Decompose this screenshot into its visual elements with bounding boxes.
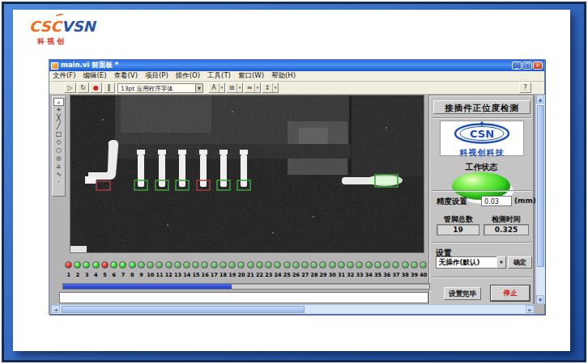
led-number-9: 9 xyxy=(137,272,147,278)
chevron-down-icon[interactable]: ▾ xyxy=(272,83,278,92)
chevron-down-icon[interactable]: ▼ xyxy=(496,256,506,269)
precision-label: 精度设置 xyxy=(437,197,467,207)
image-tool-icon-3[interactable]: ╱ xyxy=(53,122,64,130)
led-indicator-14 xyxy=(183,261,190,269)
led-number-20: 20 xyxy=(236,272,246,278)
camera-image xyxy=(70,95,424,252)
svg-text:CSN: CSN xyxy=(470,128,494,140)
vertical-scroll-thumb[interactable] xyxy=(537,105,544,267)
image-tool-icon-4[interactable]: □ xyxy=(53,130,64,138)
resize-objects-button[interactable]: ↕▾ xyxy=(262,83,279,93)
maximize-button[interactable]: □ xyxy=(522,61,532,70)
image-tool-icon-1[interactable]: + xyxy=(53,106,64,114)
settings-dropdown-value: 无操作(默认) xyxy=(439,258,479,266)
chevron-down-icon[interactable]: ▼ xyxy=(195,84,202,92)
led-number-40: 40 xyxy=(419,272,428,278)
pause-button[interactable]: ‖ xyxy=(103,83,115,93)
scroll-left-icon[interactable]: ◄ xyxy=(51,305,60,313)
image-tool-icon-5[interactable]: ◇ xyxy=(53,138,64,146)
close-button[interactable]: × xyxy=(533,61,543,70)
minimize-button[interactable]: _ xyxy=(512,61,522,70)
image-tool-icon-8[interactable]: ⌂ xyxy=(53,163,64,171)
led-indicator-10 xyxy=(147,261,154,269)
csn-company-name: 科视创科技 xyxy=(441,147,523,159)
led-number-3: 3 xyxy=(82,272,92,278)
align-objects-button[interactable]: ⊞▾ xyxy=(226,83,243,93)
led-indicator-12 xyxy=(165,261,173,269)
brand-logo: CSCVSN 科视创 xyxy=(29,18,96,47)
abort-button[interactable]: ● xyxy=(90,83,102,93)
led-number-29: 29 xyxy=(318,272,328,278)
led-number-7: 7 xyxy=(118,272,128,278)
precision-unit: (mm) xyxy=(514,197,536,205)
vertical-scrollbar[interactable]: ▲ ▼ xyxy=(535,95,545,304)
distribute-objects-button[interactable]: ≡▾ xyxy=(244,83,261,93)
led-number-12: 12 xyxy=(164,272,173,278)
menu-item-3[interactable]: 项目(P) xyxy=(145,71,168,81)
led-number-14: 14 xyxy=(182,272,192,278)
window-titlebar[interactable]: main.vi 前面板 * _ □ × xyxy=(49,60,544,71)
labview-app-icon xyxy=(51,62,58,70)
led-number-25: 25 xyxy=(282,272,292,278)
font-selector[interactable]: 13pt 应用程序字体 ▼ xyxy=(117,83,203,93)
menu-item-0[interactable]: 文件(F) xyxy=(53,71,76,81)
divider xyxy=(432,242,531,243)
text-settings-button[interactable]: A▾ xyxy=(208,83,225,93)
led-number-4: 4 xyxy=(91,272,100,278)
led-number-38: 38 xyxy=(400,272,410,278)
progress-fill xyxy=(63,284,232,289)
image-tool-icon-6[interactable]: ○ xyxy=(53,146,64,154)
image-tool-icon-9[interactable]: ∿ xyxy=(53,171,64,179)
setup-done-button[interactable]: 设置完毕 xyxy=(444,287,481,300)
led-number-33: 33 xyxy=(355,272,364,278)
csn-logo-icon: CSN xyxy=(453,121,511,144)
image-tool-icon-0[interactable]: ⌕ xyxy=(53,98,64,106)
chevron-down-icon[interactable]: ▾ xyxy=(236,83,242,92)
context-help-button[interactable]: ? xyxy=(519,83,531,93)
scroll-up-icon[interactable]: ▲ xyxy=(536,95,544,104)
led-indicator-25 xyxy=(283,261,291,269)
horizontal-scroll-thumb[interactable] xyxy=(62,306,305,313)
camera-image-display[interactable] xyxy=(70,95,424,253)
run-tools-group: ▷↻●‖ xyxy=(64,83,115,94)
status-label: 工作状态 xyxy=(429,162,534,173)
led-indicator-13 xyxy=(174,261,181,269)
confirm-button[interactable]: 确定 xyxy=(508,256,532,269)
led-indicator-40 xyxy=(420,261,427,269)
menu-item-1[interactable]: 编辑(E) xyxy=(83,71,107,81)
run-continuous-button[interactable]: ↻ xyxy=(77,83,89,93)
image-tool-icon-10[interactable]: · xyxy=(53,179,64,187)
menu-item-5[interactable]: 工具(T) xyxy=(207,71,231,81)
led-number-1: 1 xyxy=(64,272,74,278)
menu-item-6[interactable]: 窗口(W) xyxy=(238,71,264,81)
led-number-34: 34 xyxy=(364,272,373,278)
led-indicator-22 xyxy=(256,261,263,269)
led-indicator-31 xyxy=(338,261,345,269)
message-field[interactable] xyxy=(59,292,428,303)
stop-button[interactable]: 停止 xyxy=(491,286,530,301)
led-number-37: 37 xyxy=(391,272,401,278)
led-number-8: 8 xyxy=(127,272,137,278)
image-tool-icon-7[interactable]: ◎ xyxy=(53,154,64,163)
led-number-2: 2 xyxy=(73,272,83,278)
chevron-down-icon[interactable]: ▾ xyxy=(254,83,260,92)
precision-input[interactable]: 0.03 xyxy=(481,196,512,206)
brand-csc: CSC xyxy=(29,18,62,35)
led-indicator-23 xyxy=(265,261,272,269)
led-number-24: 24 xyxy=(273,272,283,278)
labview-window: main.vi 前面板 * _ □ × 文件(F)编辑(E)查看(V)项目(P)… xyxy=(49,59,545,315)
settings-dropdown[interactable]: 无操作(默认) ▼ xyxy=(436,256,497,269)
menu-item-4[interactable]: 操作(O) xyxy=(176,71,200,81)
scroll-right-icon[interactable]: ► xyxy=(526,305,535,313)
horizontal-scrollbar[interactable]: ◄ ► xyxy=(51,304,535,314)
menu-item-2[interactable]: 查看(V) xyxy=(114,71,138,81)
run-button[interactable]: ▷ xyxy=(64,83,76,93)
led-indicator-4 xyxy=(92,261,100,269)
led-number-39: 39 xyxy=(409,272,419,278)
chevron-down-icon[interactable]: ▾ xyxy=(219,83,224,92)
divider xyxy=(432,190,531,192)
led-indicator-38 xyxy=(402,261,409,269)
image-tool-icon-2[interactable]: ╳ xyxy=(53,114,64,122)
scroll-down-icon[interactable]: ▼ xyxy=(536,295,544,304)
menu-item-7[interactable]: 帮助(H) xyxy=(271,71,296,81)
